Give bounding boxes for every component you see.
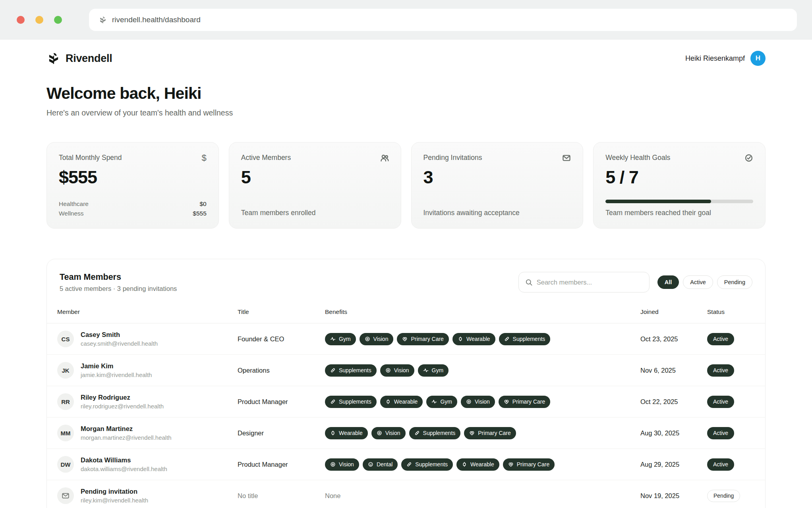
- benefit-badge-vision: Vision: [461, 396, 495, 408]
- member-title: Product Manager: [238, 398, 288, 405]
- member-title: Operations: [238, 367, 270, 374]
- column-header-benefits: Benefits: [325, 303, 640, 323]
- benefit-badge-supplements: Supplements: [499, 333, 551, 345]
- card-value: $555: [59, 167, 207, 188]
- user-avatar[interactable]: H: [750, 51, 766, 66]
- card-value: 3: [423, 167, 571, 188]
- mail-icon: [562, 154, 571, 162]
- table-row: CS Casey Smith casey.smith@rivendell.hea…: [47, 323, 765, 355]
- status-badge: Active: [707, 427, 734, 439]
- filter-chip-active[interactable]: Active: [683, 275, 713, 289]
- breakdown-label: Wellness: [59, 210, 84, 217]
- vision-icon: [385, 368, 391, 373]
- close-window-button[interactable]: [17, 16, 25, 24]
- member-title: Product Manager: [238, 461, 288, 468]
- member-title: Founder & CEO: [238, 335, 284, 343]
- breakdown-value: $555: [193, 210, 206, 217]
- url-bar[interactable]: rivendell.health/dashboard: [89, 9, 797, 31]
- benefit-badge-primary-care: Primary Care: [499, 396, 550, 408]
- search-box: [518, 272, 650, 292]
- stat-card-active-members: Active Members 5 Team members enrolled: [229, 142, 401, 229]
- search-icon: [525, 279, 533, 286]
- supplements-icon: [414, 430, 420, 436]
- rivendell-logo-icon: [46, 51, 61, 65]
- gym-icon: [423, 368, 429, 373]
- benefit-badge-supplements: Supplements: [401, 458, 453, 471]
- member-joined-date: Nov 19, 2025: [640, 492, 679, 499]
- status-badge: Active: [707, 364, 734, 377]
- wearable-icon: [462, 462, 467, 467]
- primary-care-icon: [508, 462, 514, 467]
- card-label: Total Monthly Spend: [59, 154, 122, 162]
- benefit-badge-gym: Gym: [325, 333, 356, 345]
- benefit-badge-supplements: Supplements: [409, 427, 461, 439]
- card-label: Pending Invitations: [423, 154, 482, 162]
- member-name: Jamie Kim: [81, 362, 152, 370]
- breakdown-value: $0: [200, 200, 207, 208]
- benefit-badge-wearable: Wearable: [452, 333, 495, 345]
- primary-care-icon: [402, 336, 408, 342]
- filter-chip-pending[interactable]: Pending: [717, 275, 752, 289]
- brand-name: Rivendell: [66, 52, 112, 65]
- column-header-member: Member: [47, 303, 238, 323]
- benefit-badge-wearable: Wearable: [456, 458, 499, 471]
- member-joined-date: Nov 6, 2025: [640, 367, 676, 374]
- member-email: morgan.martinez@rivendell.health: [81, 434, 172, 441]
- url-text: rivendell.health/dashboard: [112, 15, 201, 24]
- benefits-none-label: None: [325, 492, 340, 500]
- member-email: casey.smith@rivendell.health: [81, 340, 158, 347]
- wearable-icon: [458, 336, 463, 342]
- benefit-badge-vision: Vision: [325, 458, 359, 471]
- benefit-badges: GymVisionPrimary CareWearableSupplements: [325, 332, 640, 346]
- vision-icon: [466, 399, 472, 404]
- benefit-badge-wearable: Wearable: [380, 396, 423, 408]
- minimize-window-button[interactable]: [35, 16, 43, 24]
- card-value: 5 / 7: [605, 167, 753, 188]
- member-name: Riley Rodriguez: [81, 394, 164, 401]
- member-title: Designer: [238, 429, 264, 437]
- benefit-badge-supplements: Supplements: [325, 396, 377, 408]
- benefit-badges: SupplementsWearableGymVisionPrimary Care: [325, 394, 640, 409]
- users-icon: [380, 154, 389, 162]
- member-avatar: RR: [57, 393, 74, 410]
- user-name: Heiki Riesenkampf: [685, 54, 745, 63]
- member-avatar: JK: [57, 362, 74, 379]
- status-badge: Active: [707, 396, 734, 408]
- benefit-badge-gym: Gym: [426, 396, 457, 408]
- member-email: jamie.kim@rivendell.health: [81, 371, 152, 378]
- search-input[interactable]: [537, 279, 643, 286]
- filter-chip-all[interactable]: All: [657, 275, 679, 289]
- benefit-badges: WearableVisionSupplementsPrimary Care: [325, 426, 640, 441]
- member-name: Casey Smith: [81, 331, 158, 339]
- table-row: DW Dakota Williams dakota.williams@riven…: [47, 449, 765, 480]
- member-joined-date: Oct 22, 2025: [640, 398, 678, 405]
- card-caption: Team members reached their goal: [605, 209, 753, 217]
- benefit-badges: VisionDentalSupplementsWearablePrimary C…: [325, 457, 640, 472]
- brand: Rivendell: [46, 51, 112, 65]
- goal-progress-fill: [605, 200, 711, 203]
- dollar-icon: $: [202, 154, 207, 162]
- vision-icon: [330, 462, 336, 467]
- team-members-section: Team Members 5 active members · 3 pendin…: [46, 259, 766, 508]
- stat-cards: Total Monthly Spend $ $555 Healthcare $0…: [46, 142, 766, 229]
- wearable-icon: [385, 399, 391, 404]
- column-header-title: Title: [238, 303, 325, 323]
- member-avatar: CS: [57, 331, 74, 347]
- benefit-badge-vision: Vision: [380, 364, 414, 377]
- member-joined-date: Aug 29, 2025: [640, 461, 679, 468]
- member-email: riley.rodriguez@rivendell.health: [81, 403, 164, 410]
- browser-chrome: rivendell.health/dashboard: [0, 0, 812, 40]
- supplements-icon: [330, 399, 336, 404]
- maximize-window-button[interactable]: [54, 16, 62, 24]
- traffic-lights: [17, 16, 62, 24]
- card-value: 5: [241, 167, 389, 188]
- status-badge: Pending: [707, 490, 740, 502]
- benefit-badge-supplements: Supplements: [325, 364, 377, 377]
- benefit-badge-gym: Gym: [418, 364, 449, 377]
- table-row: RR Riley Rodriguez riley.rodriguez@riven…: [47, 386, 765, 418]
- wearable-icon: [330, 430, 336, 436]
- table-row: MM Morgan Martinez morgan.martinez@riven…: [47, 418, 765, 449]
- breakdown-label: Healthcare: [59, 200, 89, 208]
- user-menu[interactable]: Heiki Riesenkampf H: [685, 51, 766, 66]
- primary-care-icon: [469, 430, 475, 436]
